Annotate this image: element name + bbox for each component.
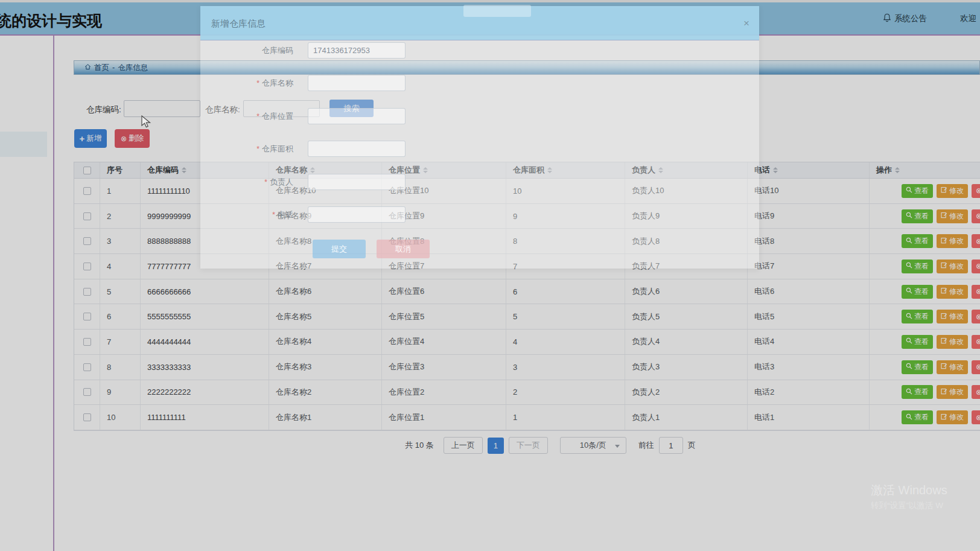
edit-button[interactable]: 修改 bbox=[937, 335, 968, 349]
row-checkbox[interactable] bbox=[83, 413, 91, 421]
cell-manager: 负责人4 bbox=[625, 330, 748, 354]
delete-row-button[interactable]: ⊗ 删除 bbox=[972, 234, 980, 248]
edit-button[interactable]: 修改 bbox=[937, 234, 968, 248]
column-header-actions[interactable]: 操作 bbox=[870, 162, 980, 178]
sort-icon[interactable] bbox=[773, 167, 778, 173]
page-size-select[interactable]: 10条/页 bbox=[560, 437, 626, 454]
chevron-down-icon bbox=[615, 445, 620, 448]
circle-cross-icon: ⊗ bbox=[976, 363, 980, 371]
edit-button[interactable]: 修改 bbox=[937, 310, 968, 323]
row-checkbox[interactable] bbox=[83, 187, 91, 195]
cell-area: 2 bbox=[506, 380, 625, 405]
sort-icon[interactable] bbox=[895, 167, 900, 173]
next-page-button[interactable]: 下一页 bbox=[509, 437, 548, 454]
row-checkbox[interactable] bbox=[83, 263, 91, 270]
cell-location: 仓库位置4 bbox=[382, 330, 506, 354]
welcome-text: 欢迎 bbox=[960, 2, 976, 34]
view-button[interactable]: 查看 bbox=[902, 184, 933, 198]
modal-field-input[interactable] bbox=[308, 75, 406, 91]
required-asterisk: * bbox=[256, 78, 259, 88]
view-button[interactable]: 查看 bbox=[902, 385, 933, 399]
table-row: 7 4444444444 仓库名称4 仓库位置4 4 负责人4 电话4 查看 修… bbox=[74, 330, 980, 355]
breadcrumb-home[interactable]: 首页 bbox=[94, 63, 109, 73]
required-asterisk: * bbox=[264, 177, 267, 186]
edit-button[interactable]: 修改 bbox=[937, 209, 968, 223]
cell-area: 3 bbox=[506, 355, 625, 380]
row-checkbox[interactable] bbox=[83, 237, 91, 245]
row-checkbox[interactable] bbox=[83, 338, 91, 346]
edit-button[interactable]: 修改 bbox=[937, 385, 968, 399]
modal-field-input[interactable] bbox=[308, 108, 406, 124]
cell-phone: 电话5 bbox=[748, 304, 870, 329]
delete-row-button[interactable]: ⊗ 删除 bbox=[972, 310, 980, 323]
edit-button[interactable]: 修改 bbox=[937, 260, 968, 273]
magnifier-icon bbox=[906, 212, 912, 220]
delete-row-button[interactable]: ⊗ 删除 bbox=[972, 335, 980, 349]
row-checkbox[interactable] bbox=[83, 313, 91, 320]
modal-field-label: *负责人 bbox=[200, 174, 301, 190]
app-title: 统的设计与实现 bbox=[0, 11, 102, 31]
delete-row-button[interactable]: ⊗ 删除 bbox=[972, 385, 980, 399]
delete-row-button[interactable]: ⊗ 删除 bbox=[972, 260, 980, 273]
circle-cross-icon: ⊗ bbox=[976, 414, 980, 421]
cell-location: 仓库位置5 bbox=[382, 304, 506, 329]
submit-button[interactable]: 提交 bbox=[313, 240, 366, 258]
modal-field-input[interactable] bbox=[308, 206, 406, 223]
column-header-phone[interactable]: 电话 bbox=[748, 162, 870, 178]
view-button[interactable]: 查看 bbox=[902, 234, 933, 248]
magnifier-icon bbox=[906, 313, 912, 321]
sidebar-active-item[interactable] bbox=[0, 132, 47, 157]
modal-field-label: 仓库编码 bbox=[200, 42, 301, 59]
circle-cross-icon: ⊗ bbox=[976, 238, 980, 245]
edit-button[interactable]: 修改 bbox=[937, 360, 968, 374]
row-checkbox[interactable] bbox=[83, 288, 91, 296]
view-button[interactable]: 查看 bbox=[902, 360, 933, 374]
sidebar-divider bbox=[53, 36, 54, 551]
row-checkbox[interactable] bbox=[83, 212, 91, 220]
edit-button[interactable]: 修改 bbox=[937, 410, 968, 424]
circle-cross-icon: ⊗ bbox=[976, 338, 980, 345]
select-all-checkbox[interactable] bbox=[83, 167, 91, 174]
delete-row-button[interactable]: ⊗ 删除 bbox=[972, 360, 980, 374]
view-button[interactable]: 查看 bbox=[902, 310, 933, 323]
goto-page-input[interactable] bbox=[659, 437, 683, 454]
system-announcement[interactable]: 系统公告 bbox=[883, 2, 927, 34]
view-button[interactable]: 查看 bbox=[902, 209, 933, 223]
modal-field-input[interactable]: 1741336172953 bbox=[308, 42, 406, 59]
circle-cross-icon: ⊗ bbox=[976, 313, 980, 320]
current-page-button[interactable]: 1 bbox=[488, 438, 504, 454]
delete-row-button[interactable]: ⊗ 删除 bbox=[972, 285, 980, 299]
warehouse-code-input[interactable] bbox=[124, 100, 200, 117]
view-button[interactable]: 查看 bbox=[902, 335, 933, 349]
cell-location: 仓库位置1 bbox=[382, 405, 506, 430]
modal-field-input[interactable] bbox=[308, 141, 406, 157]
edit-icon bbox=[941, 186, 947, 195]
cancel-button[interactable]: 取消 bbox=[377, 240, 430, 258]
edit-icon bbox=[941, 388, 947, 397]
modal-field-input[interactable] bbox=[308, 174, 406, 190]
cell-name: 仓库名称6 bbox=[269, 279, 382, 304]
sort-icon[interactable] bbox=[182, 167, 186, 173]
batch-delete-button[interactable]: ⊗ 删除 bbox=[115, 129, 150, 148]
view-button[interactable]: 查看 bbox=[902, 260, 933, 273]
modal-form: 仓库编码1741336172953*仓库名称*仓库位置*仓库面积*负责人*电话 bbox=[200, 6, 759, 269]
row-checkbox[interactable] bbox=[83, 388, 91, 396]
row-checkbox[interactable] bbox=[83, 363, 91, 371]
delete-row-button[interactable]: ⊗ 删除 bbox=[972, 184, 980, 198]
cell-phone: 电话9 bbox=[748, 204, 870, 229]
modal-field-label: *仓库面积 bbox=[200, 141, 301, 157]
add-button[interactable]: + 新增 bbox=[74, 129, 107, 148]
delete-row-button[interactable]: ⊗ 删除 bbox=[972, 410, 980, 424]
required-asterisk: * bbox=[256, 144, 259, 153]
cell-name: 仓库名称4 bbox=[269, 330, 382, 354]
edit-button[interactable]: 修改 bbox=[937, 184, 968, 198]
breadcrumb-current: 仓库信息 bbox=[118, 63, 148, 73]
edit-button[interactable]: 修改 bbox=[937, 285, 968, 299]
view-button[interactable]: 查看 bbox=[902, 285, 933, 299]
prev-page-button[interactable]: 上一页 bbox=[444, 437, 483, 454]
view-button[interactable]: 查看 bbox=[902, 410, 933, 424]
edit-icon bbox=[941, 237, 947, 246]
delete-row-button[interactable]: ⊗ 删除 bbox=[972, 209, 980, 223]
column-header-select[interactable] bbox=[74, 162, 100, 178]
announcement-label: 系统公告 bbox=[894, 13, 927, 24]
